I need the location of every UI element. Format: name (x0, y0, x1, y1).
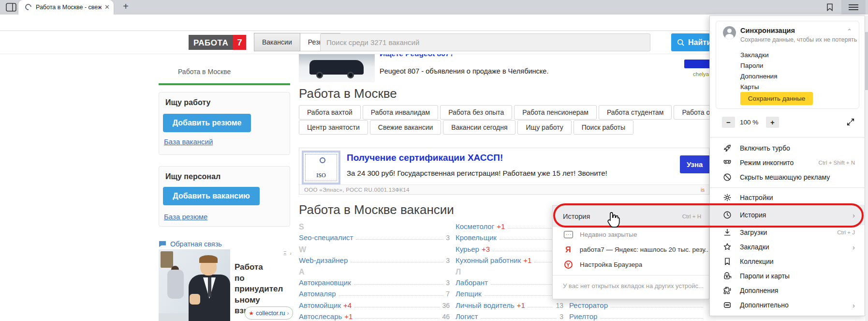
chevron-up-icon[interactable]: ⌃ (847, 28, 852, 35)
job-link[interactable]: Курьер (456, 245, 479, 254)
tab-close-icon[interactable]: ✕ (104, 3, 110, 11)
history-submenu-item[interactable]: ···Недавно закрытые (553, 227, 709, 242)
job-link[interactable]: Кровельщик (456, 233, 497, 243)
job-link[interactable]: Риелтор (569, 312, 597, 321)
menu-item-закладки[interactable]: Закладки› (710, 240, 865, 254)
ad-options-icon[interactable]: Ξ › (283, 251, 293, 256)
sync-title: Синхронизация (740, 27, 795, 34)
category-tab[interactable]: Работа студентам (599, 105, 672, 120)
menu-item-пароли-и-карты[interactable]: Пароли и карты (710, 269, 865, 283)
job-link[interactable]: Лаборант (456, 278, 488, 288)
job-link[interactable]: Автомойщик (299, 301, 341, 310)
history-submenu-item[interactable]: Яработа7 — Яндекс: нашлось 20 тыс. резу.… (553, 242, 709, 257)
top-ad-title[interactable]: Ищете Peugeot 807? (380, 54, 454, 58)
tableau-icon[interactable] (6, 3, 16, 12)
browser-tab[interactable]: Работа в Москве - свежие в ✕ (18, 0, 114, 15)
fullscreen-icon[interactable] (846, 118, 855, 126)
rocket-icon (722, 143, 733, 153)
scrollbar-thumb[interactable] (865, 32, 868, 90)
sync-link[interactable]: Закладки (740, 49, 777, 60)
scrollbar[interactable] (865, 15, 868, 321)
site-logo[interactable]: РАБОТА 7 (189, 35, 246, 50)
logo-text: РАБОТА (189, 35, 233, 50)
job-row: Логист3 (456, 310, 563, 321)
sync-subtitle: Сохраните данные, чтобы их не потерять (740, 36, 857, 43)
dotted-leader (491, 284, 560, 285)
job-link[interactable]: Seo-специалист (299, 233, 353, 243)
feedback-link[interactable]: Обратная связь (159, 240, 222, 248)
history-item-label: Настройка Браузера (580, 261, 642, 268)
iso-ad-url: is (701, 187, 705, 193)
dotted-leader (339, 295, 443, 296)
iso-ad-title[interactable]: Получение сертификации ХАССП! (347, 153, 503, 163)
avatar[interactable] (723, 26, 736, 39)
category-tab[interactable]: Поиск работы (574, 120, 633, 135)
add-resume-button[interactable]: Добавить резюме (163, 114, 251, 132)
job-link[interactable]: Ресторатор (569, 301, 608, 310)
browser-menu-button[interactable] (841, 0, 866, 15)
category-tab[interactable]: Ищу работу (517, 120, 571, 135)
sync-link[interactable]: Дополнения (740, 71, 777, 81)
job-link[interactable]: Личный водитель (456, 301, 515, 310)
sync-link[interactable]: Пароли (740, 60, 777, 71)
category-tab[interactable]: Свежие вакансии (370, 120, 441, 135)
shortcut-label: Ctrl + Shift + N (819, 160, 855, 166)
job-link[interactable]: Автомаляр (299, 290, 336, 299)
letter-header: S (299, 220, 450, 231)
sync-link[interactable]: Карты (740, 81, 777, 92)
jobs-column-1: SSeo-специалист3WWeb-дизайнер3ААвтокрано… (299, 220, 450, 321)
top-ad-cta-button[interactable] (684, 60, 709, 68)
zoom-out-button[interactable]: − (722, 117, 735, 128)
sidebar-item-moscow-jobs[interactable]: Работа в Москве (178, 68, 231, 76)
passwords-icon (722, 271, 733, 281)
top-ad-banner[interactable]: Ищете Peugeot 807? Peugeot 807 - объявле… (299, 54, 709, 82)
resume-base-link[interactable]: База резюме (164, 213, 207, 221)
menu-item-коллекции[interactable]: Коллекции (710, 254, 865, 269)
job-link[interactable]: Кухонный работник (456, 256, 521, 265)
iso-ad-banner[interactable]: ISO Получение сертификации ХАССП! За 24 … (299, 148, 709, 195)
save-data-button[interactable]: Сохранить данные (740, 92, 813, 105)
menu-item-настройки[interactable]: Настройки (710, 190, 865, 205)
ad-car-image (299, 54, 375, 82)
logo-seven: 7 (233, 35, 246, 50)
new-tab-button[interactable]: + (120, 1, 132, 12)
menu-item-режим-инкогнито[interactable]: Режим инкогнитоCtrl + Shift + N (710, 155, 865, 170)
category-tab[interactable]: Центр занятости (299, 120, 368, 135)
job-link[interactable]: Автокрановщик (299, 278, 351, 288)
tab-title: Работа в Москве - свежие в (36, 4, 102, 11)
category-tab[interactable]: Работа от прямых (674, 105, 709, 120)
category-tab[interactable]: Вакансии сегодня (443, 120, 515, 135)
category-tab[interactable]: Работа пенсионерам (514, 105, 597, 120)
job-row: Курьер+3 (456, 243, 563, 254)
vacancy-base-link[interactable]: База вакансий (164, 138, 213, 146)
category-tab[interactable]: Работа вахтой (299, 105, 361, 120)
history-submenu-header[interactable]: История Ctrl + H (553, 206, 709, 227)
menu-item-дополнительно[interactable]: Дополнительно› (710, 298, 865, 312)
site-tab-vacancies[interactable]: Вакансии (254, 33, 300, 51)
menu-item-скрыть-мешающую-рекламу[interactable]: Скрыть мешающую рекламу (710, 170, 865, 184)
job-link[interactable]: Автослесарь (299, 312, 342, 321)
ad-link-pill[interactable]: ★ collector.ru › (245, 306, 293, 320)
zoom-level: 100 % (740, 119, 758, 126)
menu-item-история[interactable]: История› (710, 205, 865, 225)
search-input[interactable] (320, 33, 650, 51)
sidebar-ad[interactable]: Ξ › Работапо принудительномувзысканию ★ … (159, 249, 294, 321)
job-row: Ресторатор (569, 299, 706, 310)
new-count-badge: +4 (341, 301, 352, 310)
category-tab[interactable]: Работа инвалидам (363, 105, 438, 120)
history-submenu-item[interactable]: YНастройка Браузера (553, 257, 709, 272)
menu-item-включить-турбо[interactable]: Включить турбо (710, 141, 865, 155)
bookmark-flag-icon[interactable] (825, 2, 835, 12)
letter-header: W (299, 243, 450, 254)
menu-item-загрузки[interactable]: ЗагрузкиCtrl + J (710, 225, 865, 240)
history-submenu-items: ···Недавно закрытыеЯработа7 — Яндекс: на… (553, 227, 709, 272)
category-tab[interactable]: Работа без опыта (440, 105, 512, 120)
menu-item-label: Загрузки (740, 229, 767, 236)
job-link[interactable]: Косметолог (456, 222, 494, 231)
zoom-in-button[interactable]: + (766, 117, 779, 128)
add-vacancy-button[interactable]: Добавить вакансию (163, 187, 260, 205)
menu-item-дополнения[interactable]: Дополнения (710, 283, 865, 298)
job-link[interactable]: Логист (456, 312, 478, 321)
job-link[interactable]: Web-дизайнер (299, 256, 348, 265)
job-link[interactable]: Лепщик (456, 290, 482, 299)
